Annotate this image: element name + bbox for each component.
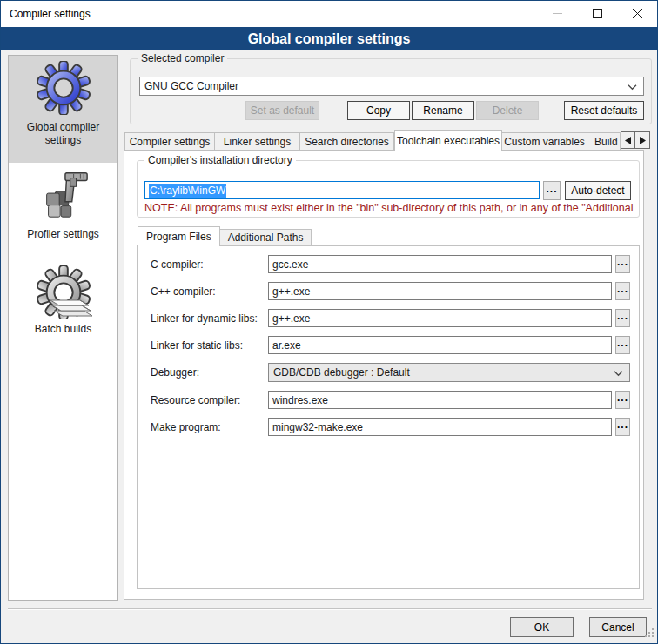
toolchain-subtabs: Program FilesAdditional Paths [138,226,312,246]
sidebar-item-profiler-settings[interactable]: Profiler settings [9,163,118,260]
c-compiler-browse-button[interactable]: ... [615,255,630,273]
program-files-page: C compiler:gcc.exe...C++ compiler:g++.ex… [137,245,640,589]
c-compiler-browse-button[interactable]: ... [615,282,630,300]
gray-gear-stack-icon [37,265,91,319]
sidebar-item-label: Global compiler settings [9,117,118,154]
selected-compiler-group: Selected compiler GNU GCC Compiler Set a… [130,58,652,124]
tab-scroll-left-button[interactable] [621,131,635,149]
close-button[interactable] [617,1,657,26]
sidebar-item-batch-builds[interactable]: Batch builds [9,260,118,373]
subtab-program-files[interactable]: Program Files [138,226,220,246]
maximize-button[interactable] [577,1,617,26]
linker-for-dynamic-libs-value: g++.exe [272,312,310,325]
subtab-additional-paths[interactable]: Additional Paths [220,229,312,246]
page-title: Global compiler settings [248,31,411,47]
linker-for-static-libs-value: ar.exe [272,339,301,352]
dialog-header: Global compiler settings [1,27,657,50]
c-compiler-value: g++.exe [272,285,310,298]
linker-for-dynamic-libs-browse-button[interactable]: ... [615,309,630,327]
sidebar-item-label: Profiler settings [20,225,106,248]
make-program-browse-button[interactable]: ... [615,418,630,436]
c-compiler-input[interactable]: gcc.exe [268,255,612,273]
tab-custom-variables[interactable]: Custom variables [502,132,588,151]
c-compiler-input[interactable]: g++.exe [268,282,612,300]
field-row: C++ compiler:g++.exe... [138,282,639,301]
resize-grip-icon [645,628,655,638]
tab-build[interactable]: Build [588,132,621,151]
installation-directory-browse-button[interactable]: ... [543,181,561,200]
resource-compiler-browse-button[interactable]: ... [615,391,630,409]
resource-compiler-value: windres.exe [272,394,328,406]
field-row: Make program:mingw32-make.exe... [138,418,639,437]
field-row: C compiler:gcc.exe... [138,255,639,274]
compiler-select[interactable]: GNU GCC Compiler [139,77,644,96]
tab-scroll-right-button[interactable] [635,131,650,149]
maximize-icon [593,9,602,18]
bin-subdirectory-note: NOTE: All programs must exist either in … [144,202,635,214]
resource-compiler-input[interactable]: windres.exe [268,391,612,409]
make-program-input[interactable]: mingw32-make.exe [268,418,612,436]
minimize-icon [553,9,562,18]
resize-grip[interactable] [645,628,655,641]
blue-gear-icon [37,61,91,117]
tab-compiler-settings[interactable]: Compiler settings [124,132,215,151]
rename-button[interactable]: Rename [412,101,474,120]
installation-directory-group-title: Compiler's installation directory [144,154,296,166]
arrow-right-icon [640,137,646,144]
chevron-down-icon [628,81,637,93]
linker-for-static-libs-label: Linker for static libs: [151,339,243,352]
make-program-value: mingw32-make.exe [272,421,363,433]
tab-scroll-arrows [621,131,650,149]
linker-for-static-libs-browse-button[interactable]: ... [615,336,630,354]
selected-compiler-group-title: Selected compiler [138,52,227,64]
c-compiler-label: C++ compiler: [151,285,216,298]
window-title: Compiler settings [10,8,91,20]
chevron-down-icon [614,367,623,379]
footer-divider [8,608,652,610]
field-row: Resource compiler:windres.exe... [138,391,639,410]
installation-directory-value: C:\raylib\MinGW [149,184,226,198]
auto-detect-button[interactable]: Auto-detect [565,181,631,200]
compiler-select-value: GNU GCC Compiler [144,80,238,92]
ok-button[interactable]: OK [510,617,574,637]
copy-button[interactable]: Copy [347,101,410,120]
linker-for-dynamic-libs-label: Linker for dynamic libs: [151,312,258,325]
field-row: Linker for static libs:ar.exe... [138,336,639,355]
debugger-select[interactable]: GDB/CDB debugger : Default [268,363,630,382]
debugger-label: Debugger: [151,366,199,379]
installation-directory-group: Compiler's installation directory C:\ray… [137,160,640,218]
caption-buttons [537,1,657,27]
tab-linker-settings[interactable]: Linker settings [215,132,300,151]
toolchain-executables-page: Compiler's installation directory C:\ray… [124,150,644,600]
arrow-left-icon [625,137,631,144]
tab-search-directories[interactable]: Search directories [300,132,394,151]
c-compiler-value: gcc.exe [272,258,308,271]
debugger-value: GDB/CDB debugger : Default [273,366,410,379]
linker-for-static-libs-input[interactable]: ar.exe [268,336,612,354]
settings-tabs: Compiler settingsLinker settingsSearch d… [124,130,621,151]
cancel-button[interactable]: Cancel [589,617,647,637]
resource-compiler-label: Resource compiler: [151,394,240,406]
reset-defaults-button[interactable]: Reset defaults [564,101,644,120]
close-icon [633,9,642,18]
tab-toolchain-executables[interactable]: Toolchain executables [394,130,502,151]
installation-directory-input[interactable]: C:\raylib\MinGW [144,181,540,199]
minimize-button [537,1,577,26]
sidebar-item-global-compiler-settings[interactable]: Global compiler settings [9,56,118,163]
field-row: Debugger:GDB/CDB debugger : Default [138,363,639,382]
compiler-settings-dialog: Compiler settings Global compiler settin… [0,0,658,644]
sidebar-item-label: Batch builds [28,319,98,343]
caliper-icon [37,168,91,225]
c-compiler-label: C compiler: [151,258,204,271]
set-as-default-button: Set as default [245,101,319,120]
title-bar[interactable]: Compiler settings [1,1,657,27]
delete-button: Delete [476,101,539,120]
make-program-label: Make program: [151,421,221,433]
settings-category-list[interactable]: Global compiler settings Profiler settin… [8,55,118,601]
field-row: Linker for dynamic libs:g++.exe... [138,309,639,328]
linker-for-dynamic-libs-input[interactable]: g++.exe [268,309,612,327]
